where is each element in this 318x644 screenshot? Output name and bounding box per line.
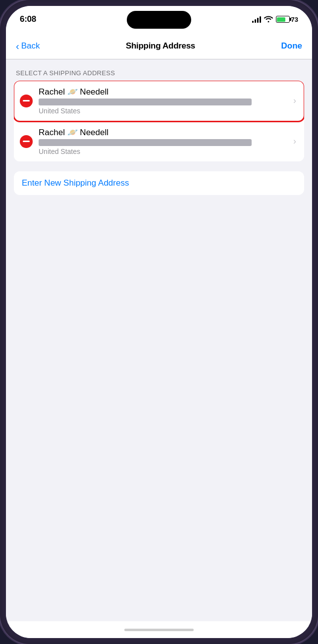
- address-country-1: United States: [39, 107, 289, 115]
- content-area: Select a Shipping Address Rachel 🪐 Neede…: [6, 59, 312, 621]
- add-address-container: Enter New Shipping Address: [14, 171, 304, 195]
- battery-icon: 73: [276, 16, 298, 23]
- address-list: Rachel 🪐 Needell United States › Rachel …: [14, 81, 304, 161]
- back-chevron-icon: ‹: [16, 41, 19, 51]
- address-info-2: Rachel 🪐 Needell United States: [39, 127, 289, 155]
- chevron-right-icon-1: ›: [293, 96, 296, 106]
- done-button[interactable]: Done: [281, 41, 303, 51]
- status-icons: 73: [252, 15, 298, 24]
- home-indicator-bar: [124, 629, 194, 631]
- address-street-2: [39, 139, 252, 146]
- nav-bar: ‹ Back Shipping Address Done: [6, 33, 312, 59]
- minus-icon-1: [23, 100, 30, 101]
- address-item-2[interactable]: Rachel 🪐 Needell United States ›: [14, 121, 304, 161]
- address-info-1: Rachel 🪐 Needell United States: [39, 87, 289, 115]
- address-name-2: Rachel 🪐 Needell: [39, 127, 289, 138]
- chevron-right-icon-2: ›: [293, 136, 296, 147]
- delete-button-1[interactable]: [20, 95, 33, 107]
- dynamic-island: [127, 11, 191, 29]
- status-time: 6:08: [20, 14, 36, 24]
- battery-percent: 73: [291, 16, 298, 23]
- minus-icon-2: [23, 141, 30, 142]
- wifi-icon: [264, 15, 273, 24]
- signal-bars-icon: [252, 16, 261, 23]
- home-indicator-area: [6, 621, 312, 638]
- section-header: Select a Shipping Address: [6, 59, 312, 81]
- phone-frame: 6:08: [0, 0, 318, 644]
- address-name-1: Rachel 🪐 Needell: [39, 87, 289, 97]
- address-street-1: [39, 99, 252, 105]
- address-country-2: United States: [39, 148, 289, 155]
- phone-screen: 6:08: [6, 6, 312, 638]
- status-bar: 6:08: [6, 6, 312, 33]
- address-item-1[interactable]: Rachel 🪐 Needell United States ›: [14, 81, 304, 121]
- back-label: Back: [21, 41, 40, 51]
- delete-button-2[interactable]: [20, 135, 33, 148]
- add-address-button[interactable]: Enter New Shipping Address: [14, 171, 304, 195]
- page-title: Shipping Address: [126, 41, 195, 51]
- back-button[interactable]: ‹ Back: [16, 41, 40, 51]
